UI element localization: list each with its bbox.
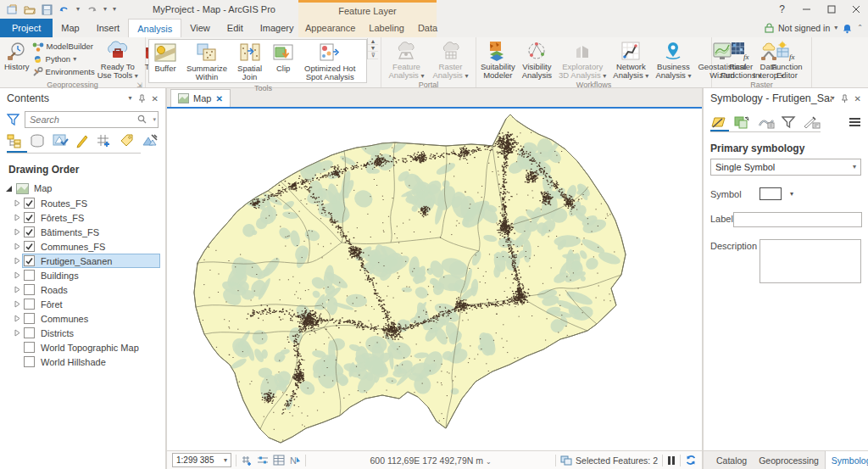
undo-icon[interactable] (58, 4, 70, 14)
ribbon-tab-view[interactable]: View (181, 19, 219, 37)
pause-drawing-icon[interactable] (667, 455, 676, 466)
map-tab-close-icon[interactable]: ✕ (215, 94, 222, 103)
primary-symbology-icon[interactable] (710, 115, 727, 130)
symbol-caret-icon[interactable]: ▾ (790, 187, 793, 198)
layer-row-world-hillshade[interactable]: World Hillshade (0, 355, 165, 369)
layer-visibility-checkbox[interactable] (24, 212, 35, 223)
close-button[interactable] (843, 0, 868, 19)
layer-row-f-rets-fs[interactable]: Fôrets_FS (0, 210, 165, 225)
layer-visibility-checkbox[interactable] (24, 270, 35, 281)
redo-caret-icon[interactable]: ▾ (103, 6, 107, 13)
expand-arrow-icon[interactable] (14, 257, 22, 265)
advanced-symbology-icon[interactable] (803, 115, 821, 130)
dock-tab-geoprocessing[interactable]: Geoprocessing (753, 451, 825, 469)
layer-row-roads[interactable]: Roads (0, 282, 165, 297)
layer-row-world-topographic-map[interactable]: World Topographic Map (0, 340, 165, 355)
layer-row-buildings[interactable]: Buildings (0, 268, 165, 282)
layer-row-communes-fs[interactable]: Communes_FS (0, 239, 165, 254)
search-caret-icon[interactable]: ▾ (153, 116, 156, 123)
list-by-editing-icon[interactable] (75, 133, 89, 148)
history-button[interactable]: History (2, 38, 32, 71)
signin-label[interactable]: Not signed in (778, 23, 830, 33)
raster-analysis-button[interactable]: Raster Analysis ▾ (431, 38, 471, 80)
scale-combobox[interactable]: 1:299 385 ▾ (172, 453, 231, 467)
ribbon-tab-imagery[interactable]: Imagery (252, 19, 303, 37)
contents-close-icon[interactable]: ✕ (152, 94, 159, 103)
list-by-snapping-icon[interactable] (96, 133, 112, 148)
measure-slider-icon[interactable] (257, 455, 269, 466)
expand-arrow-icon[interactable] (14, 329, 22, 337)
filter-funnel-icon[interactable] (7, 114, 19, 126)
description-input[interactable] (760, 239, 861, 283)
list-by-data-source-icon[interactable] (30, 133, 46, 148)
symbol-swatch[interactable] (760, 187, 782, 200)
list-by-drawing-order-icon[interactable] (7, 133, 23, 148)
vary-symbology-icon[interactable] (734, 115, 751, 130)
coordinates-display[interactable]: 600 112,69E 172 492,79N m ⌄ (310, 455, 551, 466)
new-project-icon[interactable] (7, 4, 18, 15)
ribbon-tab-labeling[interactable]: Labeling (362, 19, 411, 37)
layer-row-frutigen-saanen[interactable]: Frutigen_Saanen (0, 254, 165, 268)
symbology-pane-menu-icon[interactable]: ▾ (832, 95, 835, 102)
contents-pin-icon[interactable] (138, 94, 146, 103)
list-by-perspective-icon[interactable] (142, 133, 159, 148)
collapse-arrow-icon[interactable] (5, 185, 13, 193)
summarize-within-button[interactable]: Summarize Within (181, 40, 232, 82)
list-by-labeling-icon[interactable] (119, 133, 135, 148)
layer-visibility-checkbox[interactable] (24, 313, 35, 324)
visibility-analysis-button[interactable]: Visibility Analysis (520, 38, 554, 80)
label-input[interactable] (733, 212, 862, 227)
ribbon-tab-insert[interactable]: Insert (88, 19, 129, 37)
clip-button[interactable]: Clip (267, 40, 299, 82)
ribbon-tab-project[interactable]: Project (0, 19, 53, 37)
modelbuilder-button[interactable]: ModelBuilder (32, 40, 95, 53)
layer-row-districts[interactable]: Districts (0, 326, 165, 340)
collapse-ribbon-icon[interactable]: ⌃ (857, 25, 863, 31)
network-analysis-button[interactable]: Network Analysis ▾ (610, 38, 651, 80)
ribbon-tab-edit[interactable]: Edit (219, 19, 252, 37)
undo-caret-icon[interactable]: ▾ (76, 6, 80, 13)
layer-visibility-checkbox[interactable] (24, 226, 35, 237)
expand-arrow-icon[interactable] (14, 228, 22, 236)
refresh-icon[interactable] (685, 455, 697, 466)
gallery-expand-icon[interactable]: ⊽ (368, 52, 378, 59)
table-icon[interactable] (273, 455, 285, 466)
symbology-pin-icon[interactable] (841, 94, 849, 103)
pane-options-menu-icon[interactable] (849, 117, 861, 127)
layer-visibility-checkbox[interactable] (24, 342, 35, 353)
exploratory-3d-button[interactable]: Exploratory 3D Analysis ▾ (556, 38, 609, 80)
raster-functions-button[interactable]: fx Raster Functions ▾ (718, 38, 764, 80)
layer-visibility-checkbox[interactable] (24, 327, 35, 338)
contents-pane-menu-icon[interactable]: ▾ (129, 95, 132, 102)
help-button[interactable]: ? (770, 0, 794, 19)
environments-button[interactable]: Environments (32, 65, 95, 78)
expand-arrow-icon[interactable] (14, 199, 22, 207)
gallery-down-icon[interactable]: ▼ (368, 45, 378, 52)
layer-row-f-ret[interactable]: Fôret (0, 297, 165, 311)
feature-analysis-button[interactable]: Feature Analysis ▾ (386, 38, 426, 80)
dialog-launcher-icon[interactable]: ⇲ (136, 81, 142, 91)
notifications-bell-icon[interactable] (842, 23, 853, 34)
scale-based-sizing-icon[interactable] (782, 115, 796, 130)
dock-tab-catalog[interactable]: Catalog (710, 451, 753, 469)
redo-icon[interactable] (86, 4, 97, 14)
expand-arrow-icon[interactable] (14, 286, 22, 293)
expand-arrow-icon[interactable] (14, 315, 22, 322)
ribbon-tab-analysis[interactable]: Analysis (128, 19, 181, 37)
layer-visibility-checkbox[interactable] (24, 198, 35, 209)
expand-arrow-icon[interactable] (14, 243, 22, 250)
function-editor-button[interactable]: fx Function Editor (769, 38, 804, 80)
text-cursor-icon[interactable]: N (289, 455, 301, 466)
layer-visibility-checkbox[interactable] (24, 255, 35, 266)
save-project-icon[interactable] (42, 4, 53, 15)
layer-visibility-checkbox[interactable] (24, 299, 35, 310)
signin-caret-icon[interactable]: ▾ (834, 25, 837, 31)
symbol-layer-drawing-icon[interactable] (758, 115, 775, 130)
dock-tab-symbology[interactable]: Symbology (825, 451, 868, 469)
symbology-close-icon[interactable]: ✕ (854, 94, 861, 103)
ready-to-use-tools-button[interactable]: Ready To Use Tools ▾ (95, 38, 141, 80)
minimize-button[interactable] (794, 0, 819, 19)
business-analysis-button[interactable]: Business Analysis ▾ (653, 38, 693, 80)
list-by-selection-icon[interactable] (53, 133, 69, 148)
expand-arrow-icon[interactable] (14, 300, 22, 308)
